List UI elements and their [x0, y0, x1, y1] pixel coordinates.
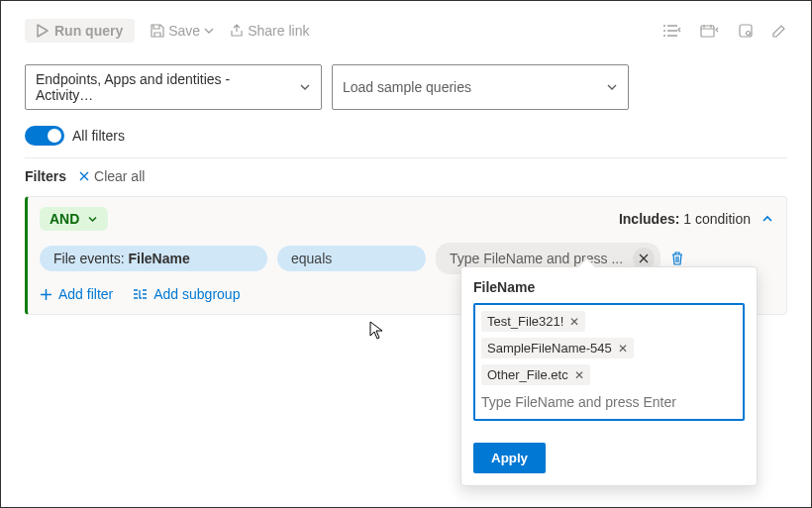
- chevron-down-icon: [204, 26, 214, 36]
- tag-item: Other_File.etc ✕: [481, 364, 590, 385]
- add-subgroup-label: Add subgroup: [153, 286, 240, 302]
- all-filters-toggle[interactable]: [25, 126, 64, 146]
- toolbar-right: [662, 23, 787, 39]
- sample-queries-dropdown[interactable]: Load sample queries: [332, 64, 629, 110]
- tag-label: Other_File.etc: [487, 367, 568, 382]
- remove-tag-button[interactable]: ✕: [569, 315, 579, 329]
- operator-dropdown[interactable]: AND: [40, 207, 108, 231]
- add-filter-button[interactable]: Add filter: [40, 286, 113, 302]
- schema-dropdown[interactable]: Endpoints, Apps and identities - Activit…: [25, 64, 322, 110]
- remove-tag-button[interactable]: ✕: [574, 368, 584, 382]
- share-link-button[interactable]: Share link: [230, 23, 309, 39]
- operator-label: AND: [50, 211, 79, 227]
- tag-item: SampleFileName-545 ✕: [481, 338, 634, 358]
- tag-input[interactable]: [481, 391, 737, 413]
- clear-all-button[interactable]: Clear all: [78, 168, 145, 184]
- schema-dropdown-label: Endpoints, Apps and identities - Activit…: [36, 71, 289, 103]
- includes-text: Includes: 1 condition: [619, 211, 751, 227]
- popup-title: FileName: [473, 279, 745, 295]
- tag-label: SampleFileName-545: [487, 341, 612, 356]
- all-filters-label: All filters: [72, 128, 125, 144]
- gear-icon[interactable]: [738, 23, 754, 39]
- save-label: Save: [168, 23, 200, 39]
- condition-field-pill[interactable]: File events: FileName: [40, 246, 267, 271]
- list-icon[interactable]: [662, 24, 682, 38]
- divider: [25, 157, 787, 158]
- plus-icon: [40, 288, 52, 301]
- chevron-down-icon: [299, 81, 311, 93]
- save-button[interactable]: Save: [151, 23, 214, 39]
- run-query-button[interactable]: Run query: [25, 19, 135, 43]
- subgroup-icon: [133, 288, 148, 301]
- add-filter-label: Add filter: [58, 286, 113, 302]
- svg-point-2: [747, 32, 751, 36]
- play-icon: [37, 24, 49, 38]
- svg-rect-0: [701, 26, 714, 37]
- remove-tag-button[interactable]: ✕: [618, 342, 628, 356]
- apply-button[interactable]: Apply: [473, 443, 546, 473]
- condition-operator-pill[interactable]: equals: [277, 246, 426, 271]
- sample-queries-label: Load sample queries: [343, 79, 471, 95]
- condition-value-placeholder: Type FileName and press ...: [450, 251, 623, 266]
- calendar-icon[interactable]: [700, 24, 720, 38]
- close-icon: [78, 170, 90, 182]
- tag-input-box[interactable]: Test_File321! ✕ SampleFileName-545 ✕ Oth…: [473, 303, 745, 421]
- add-subgroup-button[interactable]: Add subgroup: [133, 286, 240, 302]
- clear-all-label: Clear all: [94, 168, 145, 184]
- save-icon: [151, 24, 164, 38]
- filters-heading: Filters: [25, 168, 66, 184]
- chevron-down-icon: [87, 214, 98, 225]
- share-label: Share link: [248, 23, 309, 39]
- run-query-label: Run query: [54, 23, 123, 39]
- collapse-group-button[interactable]: [761, 212, 774, 226]
- condition-operator-label: equals: [291, 251, 332, 266]
- tag-label: Test_File321!: [487, 314, 563, 329]
- edit-icon[interactable]: [771, 23, 787, 39]
- mouse-cursor-icon: [369, 321, 385, 341]
- toolbar: Run query Save Share link: [25, 15, 787, 47]
- filename-popup: FileName Test_File321! ✕ SampleFileName-…: [460, 266, 758, 486]
- chevron-down-icon: [606, 81, 618, 93]
- tag-item: Test_File321! ✕: [481, 311, 585, 332]
- share-icon: [230, 24, 244, 38]
- delete-condition-button[interactable]: [670, 251, 684, 266]
